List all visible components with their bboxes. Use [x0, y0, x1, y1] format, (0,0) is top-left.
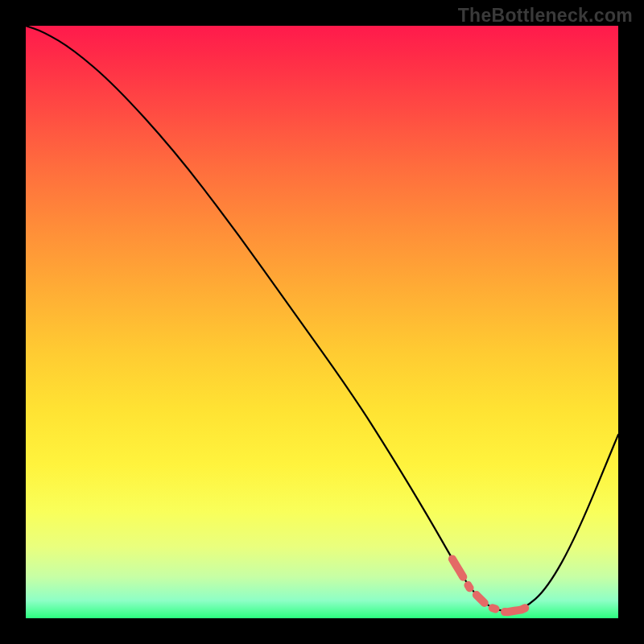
curve-svg: [26, 26, 618, 618]
watermark-text: TheBottleneck.com: [458, 5, 633, 27]
bottleneck-curve: [26, 26, 618, 611]
plot-area: [26, 26, 618, 618]
valley-marker: [452, 559, 535, 612]
chart-canvas: TheBottleneck.com: [0, 0, 644, 644]
